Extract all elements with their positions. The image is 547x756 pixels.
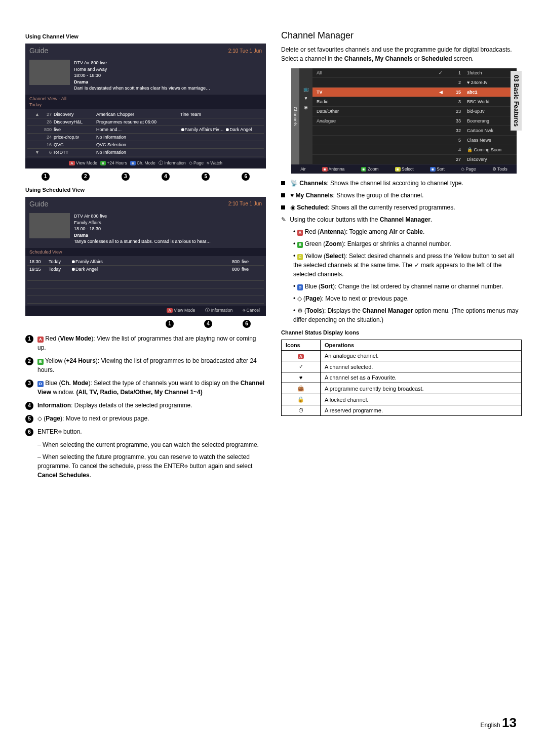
- grid-header: Scheduled View: [25, 248, 266, 256]
- cm-row[interactable]: Analogue33Boonerang: [312, 116, 517, 126]
- preview-line: 18:00 - 18:30: [74, 72, 210, 79]
- analogue-icon: A: [298, 354, 304, 359]
- callout-row-sv: 1 4 6: [25, 320, 266, 328]
- cm-row[interactable]: 5Class News: [312, 136, 517, 145]
- channel-row[interactable]: 800fiveHome and…⏺Family Affairs Fiv… ⏺Da…: [27, 126, 264, 134]
- check-icon: ✓: [282, 361, 321, 372]
- title-channel-manager: Channel Manager: [281, 30, 522, 41]
- cm-row-selected[interactable]: TV◀15abc1: [312, 88, 517, 97]
- cb-blue: D Blue (Sort): Change the list ordered b…: [293, 282, 522, 291]
- desc-5: 5 ◇ (Page): Move to next or previous pag…: [25, 414, 266, 423]
- desc-2: 2 B Yellow (+24 Hours): Viewing the list…: [25, 356, 266, 374]
- guide-time: 2:10 Tue 1 Jun: [228, 48, 262, 54]
- callout-3: 3: [122, 173, 130, 181]
- cb-page: ◇ (Page): Move to next or previous page.: [293, 294, 522, 303]
- enter-icon: ⎆: [207, 160, 209, 165]
- bullet-channels: 📡 Channels: Shows the channel list accor…: [281, 179, 522, 188]
- preview-line: Drama: [74, 79, 210, 86]
- blue-btn-icon: ■: [430, 167, 436, 172]
- desc-6: 6 ENTER⎆ button.: [25, 427, 266, 436]
- guide-legend: A View Mode ■ +24 Hours ■ Ch. Mode ⓘ Inf…: [25, 158, 266, 169]
- sched-row[interactable]: 19:15Today⏺Dark Angel800five: [27, 266, 264, 273]
- desc-6-sub1: – When selecting the current programme, …: [37, 440, 266, 449]
- grid-header: Channel View - All Today: [25, 95, 266, 109]
- heading-status-icons: Channel Status Display Icons: [281, 329, 522, 335]
- table-row: 🔒A locked channel.: [282, 394, 522, 405]
- callout-4: 4: [162, 173, 170, 181]
- blue-btn-icon: D: [297, 284, 303, 290]
- channel-row[interactable]: ▼6R4DTTNo Information: [27, 149, 264, 156]
- guide-scheduled-view: Guide 2:10 Tue 1 Jun DTV Air 800 five Fa…: [25, 197, 266, 316]
- status-icons-table: IconsOperations AAn analogue channel. ✓A…: [281, 340, 522, 416]
- guide-channel-view: Guide 2:10 Tue 1 Jun DTV Air 800 five Ho…: [25, 44, 266, 169]
- preview-line: 18:00 - 18:30: [74, 226, 211, 232]
- preview-line: Family Affairs: [74, 220, 211, 226]
- cm-row[interactable]: 32Cartoon Nwk: [312, 126, 517, 136]
- scheduled-grid: 18:30Today⏺Family Affairs800five 19:15To…: [25, 256, 266, 306]
- red-btn-icon: A: [167, 308, 173, 313]
- channel-row[interactable]: 28DiscoveryH&LProgrammes resume at 06:00: [27, 118, 264, 126]
- enter-icon: ⎆: [58, 428, 62, 435]
- channel-grid: ▲27DiscoveryAmerican ChopperTine Team 28…: [25, 109, 266, 158]
- heading-channel-view: Using Channel View: [25, 33, 266, 39]
- table-row: ✓A channel selected.: [282, 361, 522, 372]
- cm-row[interactable]: 2♥ 24ore.tv: [312, 78, 517, 88]
- callout-5: 5: [202, 173, 210, 181]
- cm-row[interactable]: Radio3BBC World: [312, 97, 517, 107]
- channel-manager-screenshot: Channels 📺 ♥ ◉ All✓11futech 2♥ 24ore.tv …: [291, 68, 517, 174]
- cm-row[interactable]: Data/Other23bid-up.tv: [312, 107, 517, 116]
- table-row: ⏱A reserved programme.: [282, 405, 522, 416]
- cm-row[interactable]: All✓11futech: [312, 68, 517, 78]
- blue-btn-icon: ■: [130, 161, 136, 165]
- cm-row[interactable]: 27Discovery: [312, 155, 517, 164]
- side-tab: 03 Basic Features: [511, 71, 522, 131]
- callout-row: 1 2 3 4 5 6: [25, 173, 266, 181]
- cb-yellow: C Yellow (Select): Select desired channe…: [293, 251, 522, 279]
- page-icon: ◇: [297, 295, 302, 302]
- channel-row[interactable]: ▲27DiscoveryAmerican ChopperTine Team: [27, 111, 264, 118]
- bullet-scheduled: ◉ Scheduled: Shows all the currently res…: [281, 203, 522, 212]
- bullet-mychannels: ♥ My Channels: Shows the group of the ch…: [281, 191, 522, 200]
- callout-1: 1: [166, 320, 174, 328]
- preview-thumb: [29, 213, 70, 238]
- clock-icon: ◉: [304, 105, 308, 110]
- channel-row[interactable]: 16QVCQVC Selection: [27, 141, 264, 149]
- description-list: 1 A Red (View Mode): View the list of pr…: [25, 334, 266, 480]
- cb-tools: ⚙ (Tools): Displays the Channel Manager …: [293, 306, 522, 324]
- cm-legend: Air ■ Antenna ■ Zoom ■ Select ■ Sort ◇ P…: [291, 164, 517, 174]
- right-column: Channel Manager Delete or set favourites…: [281, 30, 522, 483]
- page-icon: ◇: [37, 415, 42, 422]
- guide-title: Guide: [29, 200, 48, 208]
- heading-scheduled-view: Using Scheduled View: [25, 187, 266, 193]
- channel-row[interactable]: 24price-drop.tvNo Information: [27, 134, 264, 141]
- guide-time: 2:10 Tue 1 Jun: [228, 201, 262, 206]
- page-number: English 13: [480, 715, 517, 731]
- cm-row[interactable]: 4🔒 Coming Soon: [312, 145, 517, 155]
- clock-icon: ◉: [290, 204, 295, 211]
- cm-sidebar-label: Channels: [291, 68, 299, 164]
- callout-2: 2: [82, 173, 90, 181]
- clock-icon: ⏱: [282, 405, 321, 416]
- green-btn-icon: B: [37, 359, 44, 365]
- sched-row[interactable]: 18:30Today⏺Family Affairs800five: [27, 258, 264, 266]
- table-row: AAn analogue channel.: [282, 351, 522, 361]
- sched-row-empty: [27, 281, 264, 288]
- desc-3: 3 D Blue (Ch. Mode): Select the type of …: [25, 379, 266, 397]
- heart-icon: ♥: [290, 192, 294, 199]
- cb-red: A Red (Antenna): Toggle among Air or Cab…: [293, 227, 522, 236]
- preview-line: DTV Air 800 five: [74, 60, 210, 66]
- left-column: Using Channel View Guide 2:10 Tue 1 Jun …: [25, 30, 266, 483]
- preview-info: DTV Air 800 five Family Affairs 18:00 - …: [74, 213, 211, 245]
- color-bullets: A Red (Antenna): Toggle among Air or Cab…: [293, 227, 522, 324]
- preview-line: Dani is devastated when scott makes clea…: [74, 85, 210, 92]
- heart-icon: ♥: [282, 372, 321, 383]
- callout-1: 1: [42, 173, 50, 181]
- info-icon: ⓘ: [205, 308, 210, 313]
- green-btn-icon: ■: [100, 161, 106, 165]
- sched-row-empty: [27, 296, 264, 304]
- enter-icon: ⎆: [184, 463, 188, 470]
- green-btn-icon: ■: [361, 167, 367, 172]
- th-operations: Operations: [321, 340, 522, 351]
- lock-icon: 🔒: [282, 394, 321, 405]
- yellow-btn-icon: ■: [395, 167, 401, 172]
